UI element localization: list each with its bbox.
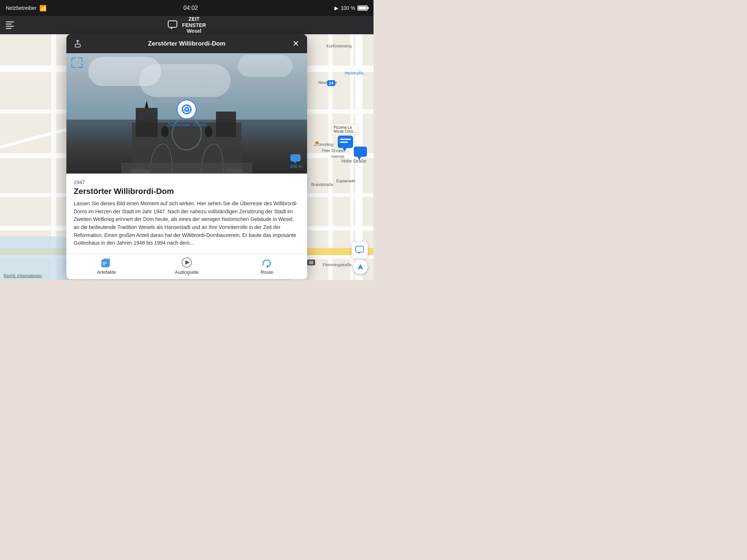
- audioguide-label: Audioguide: [175, 269, 198, 275]
- map-marker-secondary: [353, 146, 368, 163]
- svg-rect-37: [356, 246, 364, 252]
- expand-arrow-bl: [71, 63, 76, 68]
- battery-percentage: 100 %: [341, 5, 355, 11]
- navigation-arrow-icon: [357, 263, 364, 271]
- svg-rect-6: [168, 21, 177, 27]
- app-logo: ZEIT FENSTER Wesel: [167, 16, 206, 34]
- svg-marker-38: [358, 252, 360, 254]
- zeitfenster-label: Zeitfenster öffnen: [167, 122, 207, 128]
- map-badge-58: 58: [307, 260, 315, 265]
- svg-rect-19: [205, 126, 212, 137]
- map-label-heuberg: HeubergBa...: [345, 71, 366, 75]
- artefakte-label: Artefakte: [97, 269, 116, 275]
- svg-rect-3: [340, 141, 348, 143]
- cloud-2: [238, 55, 293, 77]
- map-label-kurfurstenring: Kurfürstenring: [326, 44, 352, 48]
- modal-content: 1947 Zerstörter Willibrordi-Dom Lassen S…: [66, 174, 307, 253]
- status-right: ▶ 100 %: [334, 5, 368, 11]
- logo-text: ZEIT FENSTER Wesel: [182, 16, 206, 34]
- navigation-arrow-button[interactable]: [353, 260, 368, 274]
- location-arrow-icon: ▶: [334, 5, 338, 11]
- share-button[interactable]: [72, 40, 83, 48]
- map-poi-orange: [314, 140, 320, 145]
- map-poi-label: Pizzeria LaMonte Chris...: [331, 124, 359, 135]
- detail-modal: Zerstörter Willibrordi-Dom ✕: [66, 34, 307, 279]
- artefakte-icon: [101, 257, 112, 268]
- svg-rect-2: [340, 139, 351, 140]
- svg-rect-12: [216, 112, 236, 137]
- distance-chat-icon: [290, 154, 302, 163]
- map-label-internist: Internist: [331, 155, 344, 159]
- tab-audioguide[interactable]: Audioguide: [147, 253, 227, 279]
- svg-rect-8: [75, 44, 80, 47]
- modal-header: Zerstörter Willibrordi-Dom ✕: [66, 34, 307, 53]
- hamburger-line-4: [6, 28, 12, 29]
- svg-marker-13: [145, 101, 148, 108]
- tab-route[interactable]: Route: [227, 253, 307, 279]
- route-label: Route: [261, 269, 274, 275]
- modal-footer-tabs: Artefakte Audioguide Route: [66, 253, 307, 279]
- map-label-brandstr: Brandstraße: [311, 182, 333, 187]
- modal-title: Zerstörter Willibrordi-Dom: [83, 40, 290, 47]
- top-navbar: ZEIT FENSTER Wesel: [0, 16, 374, 34]
- time-display: 04:02: [183, 5, 198, 11]
- content-description: Lassen Sie dieses Bild einen Moment auf …: [74, 200, 300, 247]
- distance-text: 206 m: [290, 164, 302, 169]
- map-marker-main: [337, 135, 355, 155]
- content-title: Zerstörter Willibrordi-Dom: [74, 187, 300, 196]
- svg-rect-18: [161, 126, 169, 137]
- carrier-label: Netzbetreiber: [6, 5, 36, 11]
- audioguide-icon: [181, 257, 192, 268]
- logo-icon: [167, 19, 179, 31]
- svg-marker-5: [357, 157, 361, 160]
- svg-marker-35: [185, 260, 190, 265]
- expand-arrow-br: [78, 63, 82, 68]
- chat-button-icon: [355, 245, 364, 255]
- map-attribution[interactable]: Rechtl. Informationen: [4, 273, 42, 278]
- svg-marker-1: [343, 148, 347, 152]
- svg-rect-11: [136, 108, 158, 137]
- zeitfenster-icon: [177, 99, 197, 120]
- map-label-flemmingstr: Flemmingstraße: [323, 262, 352, 267]
- svg-point-21: [225, 168, 243, 173]
- hamburger-line-1: [6, 22, 14, 22]
- svg-point-25: [186, 108, 188, 110]
- svg-rect-26: [290, 154, 301, 162]
- distance-badge: 206 m: [290, 154, 302, 169]
- hamburger-menu-button[interactable]: [6, 22, 14, 29]
- modal-image-area: Zeitfenster öffnen 206 m: [66, 53, 307, 174]
- status-left: Netzbetreiber 📶: [6, 5, 47, 12]
- map-label-esplanade: Esplanade: [336, 179, 355, 183]
- wifi-icon: 📶: [39, 5, 47, 12]
- hamburger-line-3: [6, 26, 14, 27]
- tab-artefakte[interactable]: Artefakte: [66, 253, 147, 279]
- close-button[interactable]: ✕: [290, 39, 301, 48]
- svg-marker-27: [294, 162, 297, 163]
- battery-indicator: [357, 5, 368, 11]
- expand-arrow-tl: [71, 58, 76, 62]
- svg-marker-7: [170, 27, 173, 30]
- expand-arrow-tr: [78, 58, 82, 62]
- zeitfenster-button[interactable]: Zeitfenster öffnen: [167, 99, 207, 128]
- map-chat-button[interactable]: [352, 242, 368, 258]
- status-bar: Netzbetreiber 📶 04:02 ▶ 100 %: [0, 0, 374, 16]
- expand-button[interactable]: [71, 58, 83, 68]
- cloud-3: [139, 64, 231, 97]
- map-badge-24: 24: [327, 80, 335, 86]
- svg-marker-39: [357, 264, 363, 270]
- route-icon: [262, 257, 272, 268]
- content-year: 1947: [74, 179, 300, 185]
- hamburger-line-2: [6, 24, 12, 24]
- svg-rect-4: [354, 147, 367, 157]
